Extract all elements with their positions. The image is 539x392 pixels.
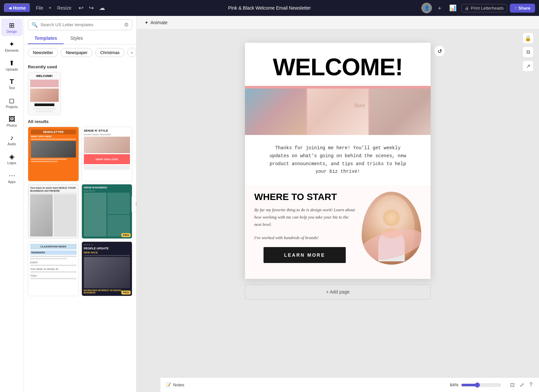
logos-icon: ◈ (9, 153, 14, 161)
panel-tabs: Templates Styles (24, 30, 136, 44)
file-button[interactable]: File (33, 4, 46, 12)
sidebar-item-design[interactable]: ⊞ Design (1, 19, 23, 36)
expand-button[interactable]: ↗ (522, 60, 534, 72)
sidebar-label-photos: Photos (7, 124, 17, 127)
add-page-bar[interactable]: + Add page (245, 284, 431, 299)
category-pills: Newsletter Newspaper Christmas › (24, 44, 136, 60)
filter-icon[interactable]: ⚙ (124, 22, 129, 28)
undo-button[interactable]: ↩ (77, 3, 86, 13)
sidebar-label-apps: Apps (8, 180, 16, 184)
all-results-title: All results (28, 119, 132, 124)
tab-templates[interactable]: Templates (28, 33, 64, 44)
template-item-2[interactable]: SENSE N' STYLE Double Header Newsletter.… (82, 127, 133, 181)
recent-template-1[interactable]: WELCOME! (28, 72, 61, 115)
icon-sidebar: ⊞ Design ✦ Elements ⬆ Uploads T Text ◻ P… (0, 16, 24, 392)
redo-button[interactable]: ↪ (87, 3, 96, 13)
template-grid: NEWSLETTER MAIN TOPIC HERE SENSE N' STYL… (28, 127, 132, 296)
template-item-6[interactable]: MAPLE IS PEOPLE UPDATE NEW FACE INCREASE… (82, 241, 133, 296)
document-wrapper: ↺ WELCOME! Story Thanks for (245, 43, 431, 299)
document-page: WELCOME! Story Thanks for joining me her… (245, 43, 431, 279)
stats-button[interactable]: 📊 (447, 3, 458, 13)
sidebar-label-design: Design (7, 30, 17, 33)
search-input[interactable] (40, 22, 121, 27)
sidebar-item-projects[interactable]: ◻ Projects (1, 94, 23, 111)
photo-cell-1 (245, 89, 306, 135)
resize-button[interactable]: Resize (54, 4, 74, 12)
help-icon[interactable]: ? (528, 380, 534, 389)
template-item-4[interactable]: SENSE IN BUSINESS Issue No.13... PRO (82, 184, 133, 239)
pill-newspaper[interactable]: Newspaper (61, 48, 92, 57)
refresh-button[interactable]: ↺ (434, 45, 445, 57)
pink-divider (245, 86, 431, 89)
photo-cell-2: Story (307, 89, 369, 135)
main-layout: ⊞ Design ✦ Elements ⬆ Uploads T Text ◻ P… (0, 16, 539, 392)
sidebar-item-elements[interactable]: ✦ Elements (1, 37, 23, 55)
panel-search-area: 🔍 ⚙ (24, 16, 136, 30)
canvas-scroll[interactable]: ↺ WELCOME! Story Thanks for (137, 30, 539, 392)
where-body-1: By far my favorite thing to do is design… (254, 206, 355, 228)
print-button[interactable]: 🖨 Print Letterheads (461, 4, 507, 12)
sidebar-label-logos: Logos (7, 161, 16, 165)
copy-button[interactable]: ⧉ (522, 46, 534, 58)
tab-styles[interactable]: Styles (64, 33, 90, 44)
templates-panel: 🔍 ⚙ Templates Styles Newsletter Newspape… (24, 16, 137, 392)
zoom-slider[interactable] (461, 382, 501, 388)
resize-icon: ✦ (48, 6, 52, 10)
photo-cell-3 (369, 89, 431, 135)
animate-button[interactable]: ✦ Animate (142, 19, 170, 27)
apps-icon: ⋯ (9, 171, 15, 179)
photo-story-text: Story (354, 102, 365, 108)
cloud-button[interactable]: ☁ (97, 3, 107, 13)
topbar: Home File ✦ Resize ↩ ↪ ☁ Pink & Black We… (0, 0, 539, 16)
search-icon: 🔍 (31, 22, 38, 28)
pill-christmas[interactable]: Christmas (95, 48, 125, 57)
animate-icon: ✦ (145, 20, 149, 25)
sidebar-item-audio[interactable]: ♪ Audio (1, 131, 23, 149)
canvas-toolbar: ✦ Animate (137, 16, 539, 30)
where-title: WHERE TO START (254, 192, 355, 202)
sidebar-item-text[interactable]: T Text (1, 75, 23, 93)
print-icon: 🖨 (465, 6, 469, 11)
home-button[interactable]: Home (4, 3, 30, 13)
bottom-icons: ⊡ ⤢ ? (509, 380, 534, 389)
photos-icon: 🖼 (9, 115, 15, 123)
photo-strip: Story (245, 89, 431, 135)
notes-button[interactable]: 📝 Notes (166, 382, 184, 387)
sidebar-label-text: Text (9, 86, 15, 90)
welcome-heading: WELCOME! (245, 43, 431, 86)
share-button[interactable]: ↑ Share (510, 4, 535, 13)
where-to-start-section: WHERE TO START By far my favorite thing … (245, 185, 431, 279)
lock-button[interactable]: 🔒 (522, 33, 534, 44)
canvas-controls: 🔒 ⧉ ↗ (522, 33, 534, 72)
hide-panel-button[interactable]: ❙ (132, 196, 137, 212)
pill-newsletter[interactable]: Newsletter (28, 48, 58, 57)
print-label: Print Letterheads (471, 6, 504, 11)
sidebar-label-audio: Audio (8, 142, 16, 146)
document-title: Pink & Black Welcome Email Newsletter (228, 5, 311, 11)
recently-used-title: Recently used (28, 64, 132, 69)
fit-page-icon[interactable]: ⊡ (509, 380, 516, 389)
sidebar-item-apps[interactable]: ⋯ Apps (1, 169, 23, 186)
sidebar-item-photos[interactable]: 🖼 Photos (1, 113, 23, 130)
search-box: 🔍 ⚙ (28, 19, 132, 30)
template-item-5[interactable]: CLASSROOM NEWS REMINDERS EVENT THIS WEEK… (28, 241, 79, 296)
recently-used-list: WELCOME! (28, 72, 132, 115)
zoom-area: 84% (450, 382, 501, 388)
fullscreen-icon[interactable]: ⤢ (518, 380, 525, 389)
canvas-area: ✦ Animate 🔒 ⧉ ↗ ↺ WELCOME! (137, 16, 539, 392)
user-avatar[interactable]: 👤 (421, 3, 432, 13)
sidebar-label-projects: Projects (6, 105, 18, 109)
template-item-3[interactable]: You have to work hard BUILD YOUR BUSINES… (28, 184, 79, 239)
pills-arrow[interactable]: › (127, 48, 136, 57)
bottom-bar: 📝 Notes 84% ⊡ ⤢ ? (160, 377, 539, 392)
learn-more-button[interactable]: LEARN MORE (264, 247, 346, 263)
notes-icon: 📝 (166, 382, 171, 387)
sidebar-item-uploads[interactable]: ⬆ Uploads (1, 56, 23, 74)
template-item-1[interactable]: NEWSLETTER MAIN TOPIC HERE (28, 127, 79, 181)
welcome-body-text: Thanks for joining me here! You'll get w… (245, 135, 431, 185)
where-text-content: WHERE TO START By far my favorite thing … (254, 192, 355, 272)
notes-label: Notes (173, 382, 184, 387)
sidebar-item-logos[interactable]: ◈ Logos (1, 150, 23, 167)
zoom-level: 84% (450, 382, 458, 387)
add-button[interactable]: ＋ (435, 3, 445, 13)
